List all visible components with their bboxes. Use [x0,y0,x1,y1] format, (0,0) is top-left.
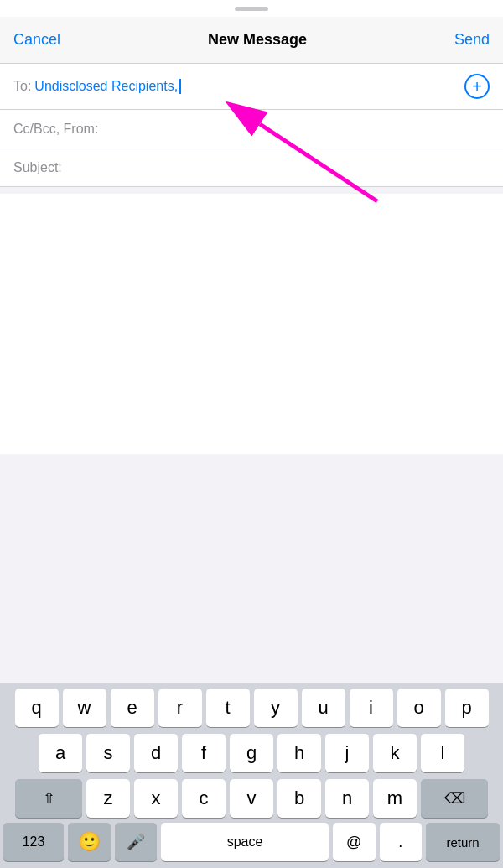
key-a[interactable]: a [39,734,82,772]
key-d[interactable]: d [134,734,178,772]
keyboard-row-4: 123 🙂 🎤 space @ . return [0,819,503,868]
subject-field-row[interactable]: Subject: [0,148,503,187]
key-z[interactable]: z [86,779,130,818]
header: Cancel New Message Send [0,17,503,64]
email-body-area[interactable] [0,194,503,454]
key-x[interactable]: x [134,779,178,818]
plus-icon: + [472,77,482,96]
text-cursor [179,79,181,94]
key-b[interactable]: b [277,779,321,818]
to-field-row[interactable]: To: Undisclosed Recipients, + [0,64,503,110]
key-o[interactable]: o [397,689,441,727]
mic-key[interactable]: 🎤 [115,823,158,861]
key-j[interactable]: j [325,734,369,772]
key-e[interactable]: e [111,689,154,727]
shift-key[interactable]: ⇧ [15,779,82,818]
key-123[interactable]: 123 [3,823,64,861]
key-l[interactable]: l [421,734,464,772]
emoji-key[interactable]: 🙂 [68,823,111,861]
key-u[interactable]: u [302,689,345,727]
add-recipient-button[interactable]: + [464,74,490,99]
cancel-button[interactable]: Cancel [13,31,60,49]
cc-bcc-label: Cc/Bcc, From: [13,122,98,137]
key-g[interactable]: g [230,734,273,772]
key-k[interactable]: k [373,734,417,772]
key-m[interactable]: m [373,779,417,818]
subject-label: Subject: [13,160,62,175]
form-area: To: Undisclosed Recipients, + Cc/Bcc, Fr… [0,64,503,187]
key-w[interactable]: w [63,689,106,727]
to-recipients-text: Undisclosed Recipients, [34,79,178,94]
key-h[interactable]: h [277,734,321,772]
key-s[interactable]: s [86,734,130,772]
return-key[interactable]: return [426,823,500,861]
key-r[interactable]: r [158,689,202,727]
cc-bcc-field-row[interactable]: Cc/Bcc, From: [0,110,503,148]
key-y[interactable]: y [254,689,298,727]
keyboard-row-1: q w e r t y u i o p [0,683,503,729]
key-i[interactable]: i [350,689,393,727]
keyboard: q w e r t y u i o p a s d f g h j k l ⇧ … [0,683,503,868]
to-value[interactable]: Undisclosed Recipients, [34,79,458,94]
drag-handle [235,7,268,11]
space-key[interactable]: space [161,823,329,861]
key-p[interactable]: p [445,689,489,727]
backspace-key[interactable]: ⌫ [421,779,488,818]
key-t[interactable]: t [206,689,250,727]
key-f[interactable]: f [182,734,226,772]
to-label: To: [13,79,31,94]
page-title: New Message [208,31,307,49]
keyboard-row-3: ⇧ z x c v b n m ⌫ [0,774,503,819]
key-period[interactable]: . [380,823,423,861]
key-n[interactable]: n [325,779,369,818]
key-q[interactable]: q [15,689,59,727]
key-c[interactable]: c [182,779,226,818]
send-button[interactable]: Send [454,31,490,49]
status-bar [0,0,503,17]
key-at[interactable]: @ [333,823,376,861]
keyboard-row-2: a s d f g h j k l [0,729,503,774]
key-v[interactable]: v [230,779,273,818]
